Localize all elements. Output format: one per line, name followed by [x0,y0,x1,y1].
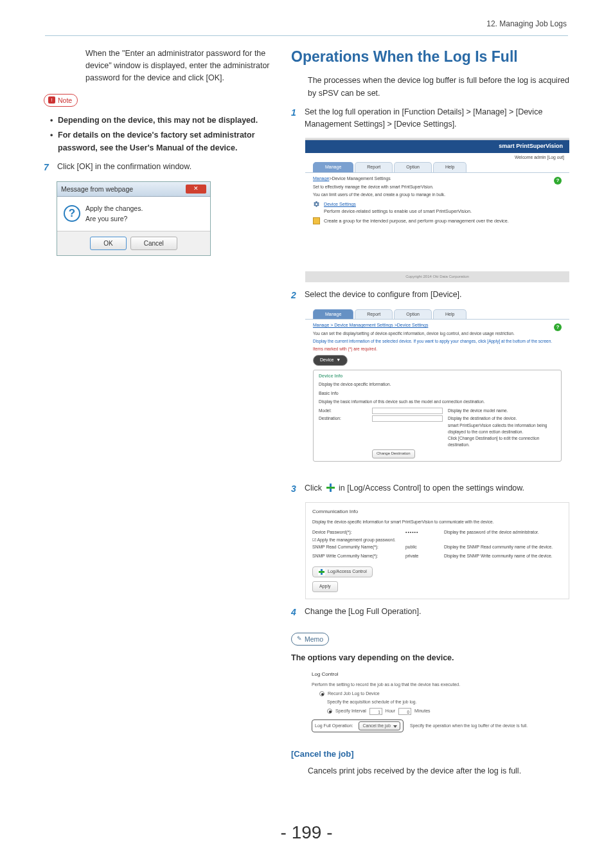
lfo-label: Log Full Operation: [315,723,353,730]
note-icon: ! [48,96,55,104]
screenshot-2: Manage Report Option Help ? Manage > Dev… [305,309,569,476]
group-desc: Create a group for the intended purpose,… [324,217,509,224]
sub-1: Set to effectively manage the device wit… [313,184,562,190]
header-divider [45,35,568,36]
left-column: When the "Enter an administrator passwor… [44,48,272,777]
device-info-hdr: Device Info [319,373,556,380]
dest-desc3: Click [Change Destination] to edit the c… [448,435,556,448]
brand-bar: smart PrintSuperVision [305,140,569,153]
log-control-sub: Perform the setting to record the job as… [312,682,563,689]
line3: Items marked with (*) are required. [313,346,562,352]
radio-interval[interactable] [327,709,332,714]
log-access-control-expand[interactable]: Log/Access Control [312,566,373,577]
screenshot-1: smart PrintSuperVision Welcome admin [Lo… [305,138,569,282]
device-selector[interactable]: Device ▼ [313,355,348,366]
device-settings-desc: Perform device-related settings to enabl… [324,208,472,215]
tab-manage-2[interactable]: Manage [313,309,353,320]
expand-plus-icon [318,568,325,575]
sub-2: You can limit users of the device, and c… [313,192,562,198]
tab-report-2[interactable]: Report [355,309,393,320]
step-4-text: Change the [Log Full Operation]. [305,606,569,618]
snmp-read-desc: Display the SNMP Read community name of … [444,544,562,551]
device-settings-link[interactable]: Device Settings [324,201,472,208]
tab-manage[interactable]: Manage [313,162,353,172]
snmp-read-value: public [405,544,444,551]
apply-group-label: Apply the management group password. [317,538,396,542]
page-header: 12. Managing Job Logs [0,0,613,34]
cancel-button[interactable]: Cancel [130,237,177,251]
tab-bar: Manage Report Option Help [305,162,569,172]
basic-info-sub: Display the basic information of this de… [319,399,556,405]
tab-help[interactable]: Help [433,162,466,172]
minute-label: Minutes [414,708,431,715]
step-2-text: Select the device to configure from [Dev… [305,289,569,301]
apply-group-checkbox[interactable]: ☑ [312,538,317,542]
snmp-write-value: private [405,553,444,560]
snmp-read-label: SNMP Read Community Name(*): [312,544,405,551]
step-7: 7 Click [OK] in the confirmation window. [44,161,272,175]
section-intro: The processes when the device log buffer… [291,75,569,100]
tab-option-2[interactable]: Option [394,309,432,320]
close-icon[interactable]: ✕ [186,185,206,194]
lfo-desc: Specify the operation when the log buffe… [410,723,528,728]
dialog-titlebar: Message from webpage ✕ [57,182,210,197]
model-field[interactable] [372,408,443,414]
radio-record[interactable] [319,691,324,696]
step-3-text: Click in [Log/Access Control] to open th… [305,482,569,494]
model-desc: Display the device model name. [448,408,556,414]
screenshot-4: Log Control Perform the setting to recor… [305,667,569,736]
comm-info-hdr: Communication Info [312,508,562,516]
tab-option[interactable]: Option [394,162,432,172]
step-4-number: 4 [291,606,305,620]
group-icon [313,217,320,224]
dest-label: Destination: [319,415,367,448]
device-info-sub1: Display the device-specific information. [319,381,556,388]
apply-button[interactable]: Apply [312,581,338,592]
snmp-write-desc: Display the SNMP Write community name of… [444,553,562,560]
step-1-number: 1 [291,106,305,120]
dialog-title-text: Message from webpage [61,184,133,194]
plus-icon [326,483,335,493]
step-7-number: 7 [44,161,57,175]
ok-button[interactable]: OK [90,237,126,251]
lfo-select[interactable]: Cancel the job [359,721,400,731]
dest-field[interactable] [372,415,443,422]
dest-desc2: smart PrintSuperVision collects the info… [448,422,556,435]
step-2: 2 Select the device to configure from [D… [291,289,569,303]
right-column: Operations When the Log Is Full The proc… [291,48,569,777]
gear-icon [313,201,320,208]
step-1: 1 Set the log full operation in [Functio… [291,106,569,131]
hour-input[interactable]: 1 [369,708,382,715]
dest-desc1: Display the destination of the device. [448,415,556,422]
pwd-value: •••••• [405,529,444,536]
note-pill: ! Note [44,94,78,107]
log-control-hdr: Log Control [312,671,563,678]
confirm-dialog: Message from webpage ✕ ? Apply the chang… [57,181,211,256]
change-destination-button[interactable]: Change Destination [372,449,415,458]
tab-bar-2: Manage Report Option Help [305,309,569,320]
step-1-text: Set the log full operation in [Function … [305,106,569,131]
tab-help-2[interactable]: Help [433,309,466,320]
dialog-line-1: Apply the changes. [85,203,143,213]
page-number: - 199 - [0,818,613,846]
hour-label: Hour [386,708,395,715]
record-label: Record Job Log to Device [328,691,380,698]
line1: You can set the display/setting of devic… [313,330,562,337]
note-label: Note [58,95,72,105]
breadcrumb: Manage>Device Management Settings [313,176,562,183]
pwd-desc: Display the password of the device admin… [444,529,562,536]
minute-input[interactable]: 0 [398,708,411,715]
screenshot-3: Communication Info Display the device-sp… [305,502,569,599]
bullet-1: •Depending on the device, this may not b… [50,114,272,127]
cancel-job-text: Cancels print jobs received by the devic… [291,765,569,777]
tab-report[interactable]: Report [355,162,393,172]
section-title: Operations When the Log Is Full [291,48,569,66]
line2: Display the current information of the s… [313,338,562,345]
bullet-2: •For details on the device's factory set… [50,129,272,154]
note-bullets: •Depending on the device, this may not b… [44,114,272,154]
left-intro: When the "Enter an administrator passwor… [44,48,272,85]
interval-label: Specify Interval [335,708,366,715]
step-3-number: 3 [291,482,305,496]
schedule-label: Specify the acquisition schedule of the … [327,699,563,706]
step-4: 4 Change the [Log Full Operation]. [291,606,569,620]
